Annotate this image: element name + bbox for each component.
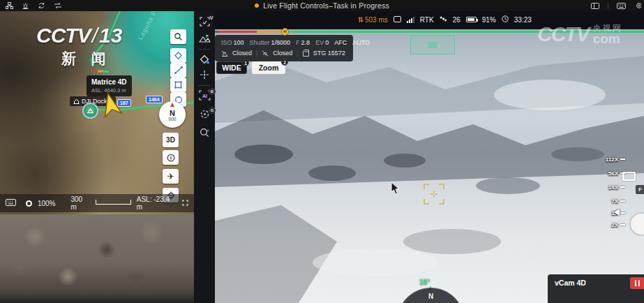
map-percent: 100% [38,200,56,207]
aircraft-icon: ✈ [167,172,174,182]
map-polyline-tool-button[interactable] [170,63,186,77]
home-point-marker: H [281,28,289,36]
zoom-level-label: 2X [592,222,618,228]
map-info-button[interactable] [163,150,179,165]
monitor-icon [394,16,401,24]
keyboard-icon[interactable] [617,3,626,9]
window-title-wrap: Live Flight Controls–Task in Progress [0,0,644,11]
satellite-count: 26 [453,16,460,24]
map-expand-icon[interactable] [182,200,188,207]
signal-bars-icon [407,17,414,23]
road-marker: 167 [117,99,131,107]
compass-needle [170,103,174,107]
ruler-tick [620,186,625,188]
watermark-cn: 央视网 [593,24,622,32]
toolbar-divider [198,85,211,86]
map-display-toggle-icon[interactable] [26,200,32,207]
storage-icon [303,50,309,57]
enhance-mode-button[interactable] [194,70,215,80]
camera-settings-row2: Closed | Closed | STG 15572 [221,50,347,57]
zoom-slider-pointer[interactable] [614,209,620,216]
cctv13-logo-slash: / [92,24,98,47]
window-title: Live Flight Controls–Task in Progress [263,1,389,10]
wide-lens-button[interactable]: WIDE 1 [216,61,247,74]
battery-icon [466,17,477,22]
storage-value: STG 15572 [313,50,345,57]
cctv13-logo: CCTV / 13 新 闻 [36,24,122,68]
layout-icon[interactable] [591,3,599,9]
cctv13-logo-brand: CCTV [36,24,91,47]
zoom-lens-label: Zoom [259,64,279,72]
f-badge: F [636,185,644,194]
map-scale-label: 300 m [70,195,89,211]
map-asl: ASL: -23.4 m [137,195,177,211]
pip-toggle-icon[interactable] [622,172,636,181]
settings-separator: | [297,50,298,57]
vcam-panel: vCam 4D [548,274,644,303]
wide-lens-badge: 1 [242,59,249,66]
wide-lens-label: WIDE [222,64,241,72]
aircraft-name: Matrice 4D [91,78,127,87]
settings-icon[interactable] [634,2,641,9]
beacon-status: Closed [273,50,292,57]
sparkle-icon [200,70,209,80]
camera-settings-row1: ISO100 Shutter1/8000 F2.8 EV0 AFC AUTO [221,39,347,46]
watermark-brand: CCTV [537,22,589,46]
iso-value: 100 [234,39,244,46]
landmark-view-button[interactable] [194,34,215,43]
ar-dock-glyph [428,42,437,48]
zoom-lens-badge: 2 [281,59,288,66]
map-waypoint-tool-button[interactable] [170,48,186,63]
satellite-icon [440,15,447,24]
latency-value: 503 ms [365,16,388,24]
shutter-value: 1/8000 [271,39,291,46]
cctv-com-watermark: CCTV 央视网 com [537,22,622,46]
svg-text:AI: AI [202,94,207,98]
settings-separator: | [256,50,257,57]
dock-marker-icon [87,108,94,114]
recording-dot [255,3,259,8]
clock-icon [502,15,509,24]
cctv13-logo-caption: 新 闻 [61,49,122,68]
map-aircraft-button[interactable]: ✈ [163,169,179,184]
main-camera-view[interactable]: 503 ms RTK 26 91% 33:23 [215,11,644,303]
ruler-tick [620,212,625,214]
camera-settings-panel[interactable]: ISO100 Shutter1/8000 F2.8 EV0 AFC AUTO C… [215,35,353,61]
waypoint-mode-button[interactable] [194,54,215,64]
dock-map-marker[interactable] [82,103,98,119]
secondary-camera-feed[interactable] [0,214,194,303]
iso-label: ISO [221,39,232,46]
dock-icon [73,98,80,104]
ar-target-crosshair [423,183,445,205]
b-badge: B [209,88,216,95]
light-off-icon [221,50,228,57]
ev-value: 0 [325,39,329,46]
camera-status-row: 503 ms RTK 26 91% 33:23 [358,15,532,24]
watermark-com: com [593,32,622,45]
aperture-value: 2.8 [301,39,310,46]
landmark-icon [199,34,211,43]
vcam-title: vCam 4D [555,279,586,287]
cctv13-logo-channel: 13 [99,24,122,47]
smart-zoom-button[interactable] [194,128,215,138]
map-keyboard-icon[interactable] [6,199,16,207]
compass-heading: 000 [169,117,177,121]
focus-mode-value: AFC [334,39,347,46]
map-search-button[interactable] [170,29,186,44]
battery-percent: 91% [482,16,496,24]
zoom-lens-button[interactable]: Zoom 2 [252,61,285,74]
map-polygon-tool-button[interactable] [170,77,186,92]
ar-compass-north: N [428,293,433,303]
map-panel[interactable]: Laguna Palcac CCTV / 13 新 闻 Matrice 4D A… [0,11,194,214]
latency-indicator: 503 ms [358,16,388,24]
zoom-level-label: 14X [592,184,618,191]
zoom-level-label: 7X [592,198,618,205]
pause-button[interactable] [630,277,644,289]
g-badge: G [209,107,216,114]
beacon-off-icon [262,50,269,57]
road-marker: 1464 [146,96,163,103]
map-compass[interactable]: N 000 [159,101,186,128]
mission-time: 33:23 [514,16,532,24]
mouse-cursor [391,182,400,195]
map-3d-button[interactable]: 3D [163,133,179,147]
